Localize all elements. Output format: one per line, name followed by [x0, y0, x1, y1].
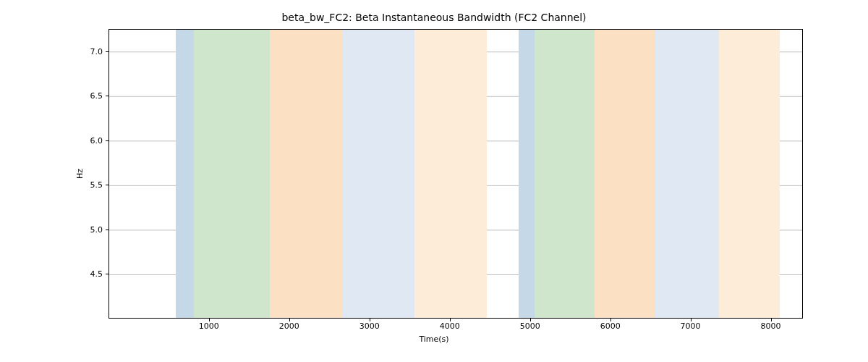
x-axis-label: Time(s) [0, 334, 868, 344]
ytick-mark [106, 274, 109, 274]
y-axis-label: Hz [75, 169, 85, 179]
ytick-label: 7.0 [90, 46, 103, 56]
xtick-label: 6000 [600, 321, 621, 331]
figure: beta_bw_FC2: Beta Instantaneous Bandwidt… [0, 0, 868, 362]
shaded-band [414, 30, 487, 318]
ytick-label: 6.0 [90, 135, 103, 145]
ytick-mark [106, 51, 109, 52]
shaded-band [342, 30, 414, 318]
ytick-label: 5.5 [90, 180, 103, 190]
xtick-label: 8000 [761, 321, 781, 331]
xtick-label: 5000 [520, 321, 540, 331]
shaded-band [519, 30, 535, 318]
ytick-mark [106, 140, 109, 141]
shaded-band [535, 30, 595, 318]
xtick-label: 1000 [199, 321, 219, 331]
shaded-band [655, 30, 720, 318]
shaded-band [194, 30, 270, 318]
ytick-mark [106, 230, 109, 230]
ytick-mark [106, 185, 109, 185]
shaded-band [595, 30, 655, 318]
ytick-label: 4.5 [90, 269, 103, 279]
ytick-mark [106, 96, 109, 96]
chart-title: beta_bw_FC2: Beta Instantaneous Bandwidt… [0, 12, 868, 23]
xtick-label: 3000 [359, 321, 380, 331]
ytick-label: 5.0 [90, 224, 103, 234]
plot-area [109, 29, 803, 319]
xtick-label: 2000 [279, 321, 299, 331]
shaded-band [719, 30, 779, 318]
xtick-label: 7000 [681, 321, 701, 331]
xtick-label: 4000 [440, 321, 460, 331]
ytick-label: 6.5 [90, 91, 103, 101]
shaded-band [176, 30, 193, 318]
shaded-band [270, 30, 342, 318]
